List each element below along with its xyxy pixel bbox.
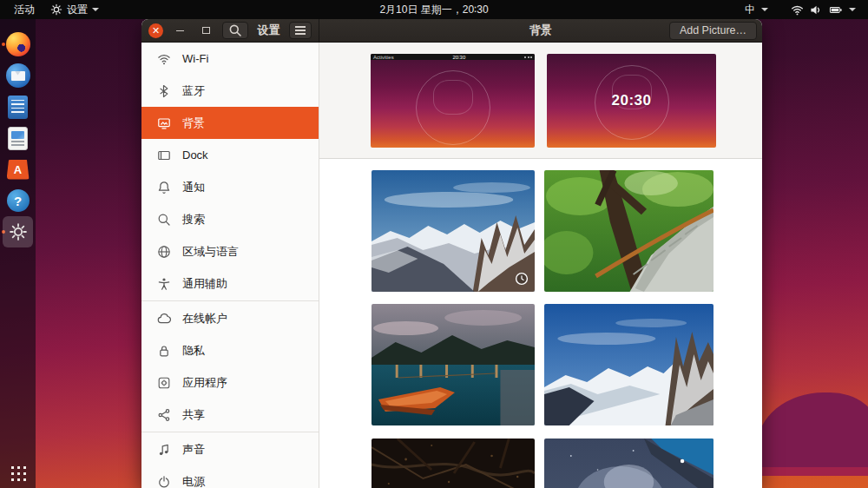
menu-button[interactable] [289, 22, 312, 39]
sidebar-item-sound[interactable]: 声音 [141, 433, 319, 465]
dock-settings-icon[interactable] [0, 216, 36, 247]
preview-clock: 20∶30 [452, 54, 465, 60]
wallpaper-thumbnail-boat-lake[interactable] [372, 304, 535, 425]
background-settings-panel: Activities 20∶30 20:30 [319, 43, 762, 488]
sidebar-item-online-accounts[interactable]: 在线帐户 [141, 302, 319, 334]
lock-icon [157, 344, 171, 358]
activities-button[interactable]: 活动 [14, 3, 35, 17]
bluetooth-icon [157, 84, 171, 98]
search-button[interactable] [222, 22, 248, 39]
sidebar-item-privacy[interactable]: 隐私 [141, 334, 319, 366]
sidebar-item-label: 蓝牙 [182, 83, 205, 99]
sidebar-item-region-language[interactable]: 区域与语言 [141, 235, 319, 267]
sidebar-item-power[interactable]: 电源 [141, 465, 319, 488]
volume-icon [810, 3, 823, 16]
bell-icon [157, 181, 171, 195]
desktop-mountain-silhouette [757, 392, 868, 476]
dock-help-icon[interactable] [0, 185, 36, 216]
sidebar-item-label: 隐私 [182, 343, 205, 359]
headerbar-right: 背景 Add Picture… [319, 19, 762, 42]
desktop-mountain-ridge [757, 467, 868, 476]
lock-screen-time: 20:30 [547, 92, 716, 109]
share-icon [157, 408, 171, 422]
sidebar-item-notifications[interactable]: 通知 [141, 171, 319, 203]
preview-section: Activities 20∶30 20:30 [319, 43, 762, 159]
maximize-button[interactable] [196, 27, 215, 34]
window-title: 设置 [255, 23, 282, 38]
app-grid-icon [10, 465, 27, 482]
sidebar-item-universal-access[interactable]: 通用辅助 [141, 267, 319, 300]
wallpaper-thumbnail-night-sky[interactable] [544, 439, 713, 488]
wifi-icon [791, 3, 804, 16]
battery-icon [829, 3, 843, 16]
gear-icon [50, 3, 62, 16]
desktop-preview: Activities 20∶30 [371, 54, 535, 148]
help-icon [7, 189, 30, 212]
wallpaper-thumbnail-tree-walkway[interactable] [544, 170, 713, 292]
globe-icon [157, 245, 171, 259]
sidebar-item-label: 区域与语言 [182, 244, 239, 260]
wifi-icon [157, 52, 171, 66]
sidebar-separator [141, 300, 319, 301]
hamburger-icon [295, 26, 306, 35]
add-picture-button[interactable]: Add Picture… [669, 22, 757, 40]
caret-down-icon [761, 8, 768, 11]
sidebar-item-bluetooth[interactable]: 蓝牙 [141, 75, 319, 107]
settings-sidebar: Wi-Fi 蓝牙 背景 Dock 通知 搜索 区域与语言 通用辅助 [141, 43, 319, 488]
accessibility-icon [157, 277, 171, 291]
lock-screen-preview: 20:30 [547, 54, 716, 148]
top-bar: 活动 设置 2月10日 星期一，20∶30 中 [0, 0, 868, 19]
sidebar-item-label: 通用辅助 [182, 276, 227, 292]
sidebar-item-wifi[interactable]: Wi-Fi [141, 43, 319, 75]
system-status-area[interactable] [791, 3, 856, 16]
dock-libreoffice-impress-icon[interactable] [0, 122, 36, 154]
sidebar-separator [141, 432, 319, 432]
dock-thunderbird-icon[interactable] [0, 60, 36, 91]
dock-show-applications-icon[interactable] [0, 458, 36, 488]
dock-firefox-icon[interactable] [0, 29, 36, 60]
input-method-label: 中 [745, 3, 755, 17]
sidebar-item-label: 声音 [182, 442, 205, 458]
sidebar-item-background[interactable]: 背景 [141, 107, 319, 139]
applications-icon [157, 376, 171, 390]
caret-down-icon [849, 8, 856, 11]
sidebar-item-label: Dock [182, 148, 208, 162]
sound-icon [157, 443, 171, 457]
clock-badge-icon [515, 272, 529, 286]
close-button[interactable]: ✕ [148, 23, 163, 38]
ubuntu-software-icon [7, 160, 30, 180]
sidebar-item-applications[interactable]: 应用程序 [141, 366, 319, 399]
search-icon [228, 23, 242, 37]
sidebar-item-sharing[interactable]: 共享 [141, 399, 319, 431]
background-icon [157, 116, 171, 130]
clock[interactable]: 2月10日 星期一，20∶30 [0, 3, 868, 17]
preview-activities-label: Activities [373, 55, 394, 60]
wallpaper-thumbnail-snowy-peaks[interactable] [372, 170, 535, 292]
cloud-icon [157, 312, 171, 326]
sidebar-item-dock[interactable]: Dock [141, 139, 319, 171]
sidebar-item-label: 背景 [182, 115, 205, 131]
app-menu-label: 设置 [67, 3, 88, 17]
app-menu[interactable]: 设置 [50, 3, 99, 17]
caret-down-icon [92, 8, 99, 11]
sidebar-item-search[interactable]: 搜索 [141, 203, 319, 235]
dock-icon [157, 148, 171, 162]
firefox-icon [6, 32, 30, 56]
thunderbird-icon [6, 63, 30, 88]
dock-ubuntu-software-icon[interactable] [0, 154, 36, 185]
sidebar-item-label: 共享 [182, 407, 205, 423]
wallpaper-mascot-outline [416, 70, 490, 145]
headerbar-left: ✕ 设置 [141, 19, 319, 42]
impress-icon [8, 127, 28, 150]
dock-libreoffice-writer-icon[interactable] [0, 91, 36, 122]
power-icon [157, 475, 171, 488]
preview-top-bar: Activities 20∶30 [371, 54, 535, 60]
search-icon [157, 213, 171, 227]
preview-status-icons [524, 56, 532, 58]
sidebar-item-label: 应用程序 [182, 375, 227, 391]
window-headerbar: ✕ 设置 背景 Add Picture… [141, 19, 762, 43]
wallpaper-thumbnail-snow-mountains[interactable] [544, 304, 713, 425]
minimize-button[interactable] [170, 23, 189, 38]
input-method-indicator[interactable]: 中 [745, 3, 768, 17]
wallpaper-thumbnail-dark-rock[interactable] [372, 439, 535, 488]
